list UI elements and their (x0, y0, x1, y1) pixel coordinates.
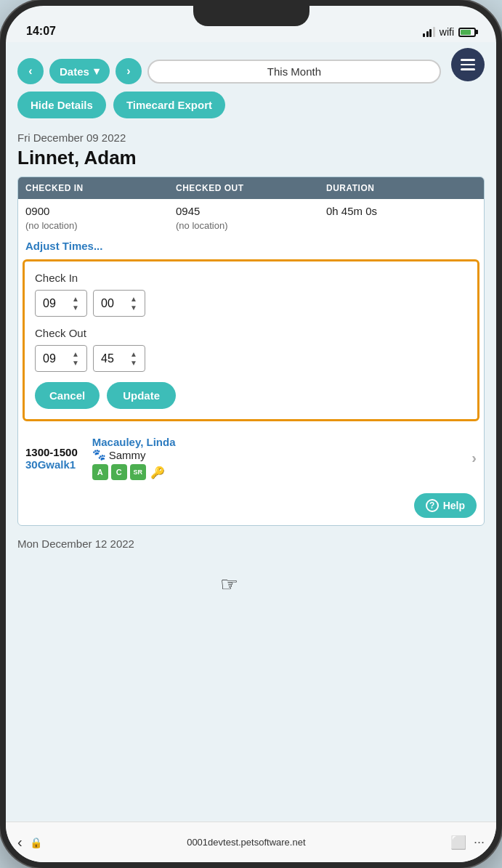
booking-left: 1300-1500 30Gwalk1 (25, 446, 78, 471)
battery-icon (458, 28, 476, 37)
next-button[interactable]: › (116, 58, 142, 84)
check-in-location: (no location) (25, 220, 176, 231)
check-in-min-input[interactable]: 00 ▲ ▼ (93, 290, 145, 317)
check-in-time: 0900 (25, 205, 176, 217)
status-time: 14:07 (26, 25, 56, 38)
booking-tags: A C SR 🔑 (92, 464, 472, 480)
min-spinner[interactable]: ▲ ▼ (130, 295, 137, 312)
menu-button[interactable] (451, 48, 485, 81)
check-out-location: (no location) (176, 220, 326, 231)
toolbar-row: ‹ Dates ▾ › This Month (17, 58, 485, 84)
booking-row: 1300-1500 30Gwalk1 Macauley, Linda 🐾 Sam… (18, 429, 484, 487)
pet-icon: 🐾 (92, 448, 106, 461)
booking-pet: 🐾 Sammy (92, 448, 472, 461)
signal-icon (423, 27, 435, 37)
hour-spinner[interactable]: ▲ ▼ (72, 295, 79, 312)
browser-tab-icon[interactable]: ⬜ (450, 835, 466, 851)
wifi-icon: wifi (440, 26, 454, 38)
browser-menu-icon[interactable]: ··· (474, 835, 485, 850)
check-out-min-value: 45 (101, 352, 114, 365)
tag-c: C (111, 464, 127, 480)
booking-code[interactable]: 30Gwalk1 (25, 458, 78, 471)
help-circle-icon: ? (426, 499, 439, 512)
cancel-button[interactable]: Cancel (35, 382, 100, 409)
check-out-inputs: 09 ▲ ▼ 45 ▲ ▼ (35, 345, 467, 372)
prev-button[interactable]: ‹ (17, 58, 44, 84)
duration-value: 0h 45m 0s (326, 205, 477, 217)
location-row: (no location) (no location) (18, 220, 484, 237)
adjust-times-link[interactable]: Adjust Times... (18, 237, 484, 259)
form-button-row: Cancel Update (35, 382, 467, 409)
browser-lock-icon: 🔒 (30, 837, 42, 848)
action-row: Hide Details Timecard Export (17, 92, 485, 118)
content-area: ‹ Dates ▾ › This Month Hide Details Time… (6, 42, 496, 822)
dates-button[interactable]: Dates ▾ (49, 59, 110, 84)
header-duration: DURATION (326, 183, 477, 193)
check-out-hour-value: 09 (43, 352, 56, 365)
status-icons: wifi (423, 26, 476, 38)
time-row: 0900 0945 0h 45m 0s (18, 199, 484, 220)
person-name: Linnet, Adam (17, 147, 485, 169)
checkout-hour-spinner[interactable]: ▲ ▼ (72, 350, 79, 367)
check-out-hour-input[interactable]: 09 ▲ ▼ (35, 345, 87, 372)
booking-chevron-icon[interactable]: › (471, 450, 477, 466)
date-heading: Fri December 09 2022 (17, 131, 485, 144)
checkout-min-spinner[interactable]: ▲ ▼ (130, 350, 137, 367)
check-out-min-input[interactable]: 45 ▲ ▼ (93, 345, 145, 372)
check-in-inputs: 09 ▲ ▼ 00 ▲ ▼ (35, 290, 467, 317)
update-button[interactable]: Update (107, 382, 176, 409)
booking-client[interactable]: Macauley, Linda (92, 436, 472, 448)
key-icon: 🔑 (150, 466, 165, 479)
browser-bar: ‹ 🔒 0001devtest.petsoftware.net ⬜ ··· (6, 822, 496, 862)
help-btn-row: ? Help (18, 487, 484, 525)
notch (193, 6, 309, 26)
this-month-button[interactable]: This Month (147, 60, 441, 84)
next-date-heading: Mon December 12 2022 (17, 538, 485, 550)
adjust-form: Check In 09 ▲ ▼ 00 ▲ ▼ (23, 259, 479, 421)
check-in-hour-input[interactable]: 09 ▲ ▼ (35, 290, 87, 317)
timecard-export-button[interactable]: Timecard Export (113, 92, 225, 118)
booking-time: 1300-1500 (25, 446, 78, 458)
tag-a: A (92, 464, 108, 480)
browser-back-button[interactable]: ‹ (17, 834, 23, 851)
hide-details-button[interactable]: Hide Details (17, 92, 106, 118)
header-checked-in: CHECKED IN (25, 183, 176, 193)
check-in-min-value: 00 (101, 297, 114, 310)
phone-frame: 14:07 wifi ‹ Dates ▾ › (0, 0, 502, 868)
tag-sr: SR (130, 464, 146, 480)
browser-url: 0001devtest.petsoftware.net (49, 837, 443, 848)
pet-name: Sammy (109, 449, 146, 461)
check-in-hour-value: 09 (43, 297, 56, 310)
check-out-label: Check Out (35, 327, 467, 339)
help-label: Help (443, 500, 465, 511)
timecard-card: CHECKED IN CHECKED OUT DURATION 0900 094… (17, 177, 485, 526)
card-header: CHECKED IN CHECKED OUT DURATION (18, 177, 484, 199)
help-button[interactable]: ? Help (414, 493, 477, 518)
header-checked-out: CHECKED OUT (176, 183, 326, 193)
booking-right: Macauley, Linda 🐾 Sammy A C SR 🔑 (78, 436, 472, 480)
check-in-label: Check In (35, 272, 467, 284)
check-out-time: 0945 (176, 205, 326, 217)
